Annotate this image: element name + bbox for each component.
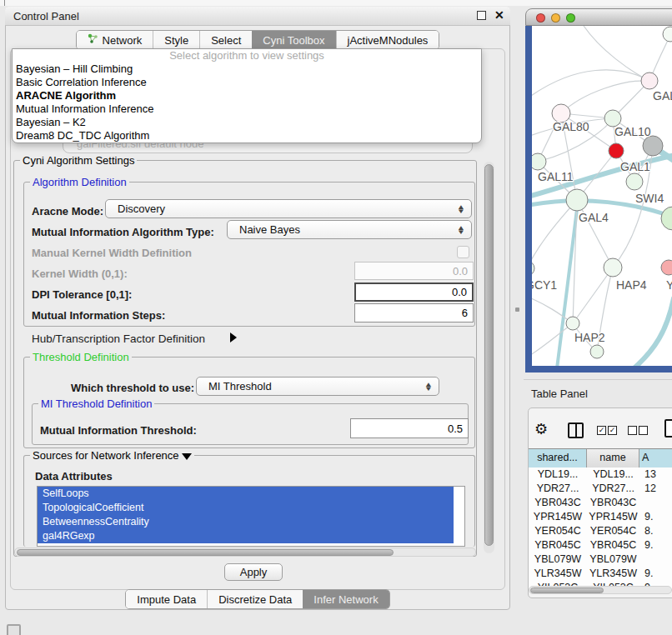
manual-kernel-label: Manual Kernel Width Definition: [32, 247, 192, 259]
data-attributes-list[interactable]: SelfLoopsTopologicalCoefficientBetweenne…: [37, 486, 465, 547]
table-hscrollbar[interactable]: [529, 586, 672, 594]
mi-threshold-field[interactable]: 0.5: [350, 418, 469, 438]
table-cell: YDR27...: [587, 482, 639, 496]
table-row[interactable]: YBR043CYBR043C: [529, 496, 672, 510]
node-gal4[interactable]: [566, 189, 588, 211]
node-label-y: Y: [666, 278, 672, 292]
control-panel-title: Control Panel: [13, 10, 79, 22]
dropdown-item-bayesian-hill-climbing[interactable]: Bayesian – Hill Climbing: [13, 62, 481, 76]
checked-checkbox-icon[interactable]: ✓: [597, 426, 606, 435]
mi-type-label: Mutual Information Algorithm Type:: [32, 226, 214, 238]
attribute-item-topologicalcoefficient[interactable]: TopologicalCoefficient: [38, 501, 454, 515]
table-header-row[interactable]: shared...nameA: [529, 448, 672, 468]
node-gal-clipped[interactable]: [641, 72, 658, 89]
checked-checkbox-icon[interactable]: ✓: [608, 426, 617, 435]
table-panel-title: Table Panel: [531, 388, 588, 400]
attribute-item-betweennesscentrality[interactable]: BetweennessCentrality: [38, 515, 454, 529]
table-cell: YER054C: [587, 524, 639, 538]
tab-label: Cyni Toolbox: [263, 34, 324, 47]
tab-container: NetworkStyleSelectCyni ToolboxjActiveMNo…: [76, 30, 440, 50]
expand-arrow-icon[interactable]: [230, 332, 237, 342]
unchecked-checkbox-icon[interactable]: [628, 426, 637, 435]
tab-discretize-data[interactable]: Discretize Data: [207, 590, 303, 608]
pane-resize-handle[interactable]: [515, 308, 519, 312]
dropdown-item-dream8-dc-tdc-algorithm[interactable]: Dream8 DC_TDC Algorithm: [13, 129, 481, 142]
close-traffic-light[interactable]: [536, 13, 545, 22]
attribute-item-gal4rgexp[interactable]: gal4RGexp: [38, 529, 454, 543]
tab-select[interactable]: Select: [199, 31, 252, 49]
network-canvas[interactable]: GALGAL80GAL10GAL1GAL11SWI4GAL4GCY1HAP4YH…: [532, 26, 672, 366]
table-cell: 12: [639, 482, 672, 496]
attribute-item-selfloops[interactable]: SelfLoops: [38, 487, 454, 501]
table-row[interactable]: YPR145WYPR145W9.: [529, 510, 672, 524]
float-panel-icon[interactable]: [477, 11, 486, 20]
table-row[interactable]: YDL19...YDL19...13: [529, 468, 672, 482]
node-gcy1[interactable]: [532, 261, 534, 276]
dropdown-item-bayesian-k2[interactable]: Bayesian – K2: [13, 116, 481, 129]
minimize-traffic-light[interactable]: [551, 13, 560, 22]
settings-scrollbar[interactable]: [484, 162, 494, 553]
algorithm-definition-title: Algorithm Definition: [30, 176, 129, 188]
tab-label: Style: [164, 34, 188, 47]
settings-scrollbar-thumb[interactable]: [484, 164, 494, 546]
network-edge: [532, 70, 649, 100]
tab-style[interactable]: Style: [153, 31, 199, 49]
sources-group-title[interactable]: Sources for Network Inference: [30, 449, 194, 462]
table-cell: YBR045C: [587, 538, 639, 552]
dpi-tolerance-field[interactable]: 0.0: [354, 282, 474, 302]
table-cell: YPR145W: [529, 510, 587, 524]
mi-type-combo[interactable]: Naive Bayes ▲▼: [227, 220, 472, 239]
apply-button[interactable]: Apply: [224, 563, 283, 581]
cyni-algorithm-settings-title: Cyni Algorithm Settings: [20, 154, 137, 167]
tab-network[interactable]: Network: [77, 31, 153, 49]
minimized-panel-icon[interactable]: [7, 624, 21, 635]
column-header-name[interactable]: name: [587, 449, 639, 468]
column-header-shared-[interactable]: shared...: [529, 449, 587, 468]
tab-jactivemnodules[interactable]: jActiveMNodules: [336, 31, 439, 49]
table-row[interactable]: YDR27...YDR27...12: [529, 482, 672, 496]
mi-steps-field[interactable]: 6: [354, 303, 474, 322]
node-hap2[interactable]: [566, 317, 579, 330]
node-salmon[interactable]: [661, 260, 672, 275]
collapse-arrow-icon[interactable]: [182, 453, 192, 460]
kernel-width-field[interactable]: 0.0: [354, 262, 474, 280]
settings-hscrollbar[interactable]: [14, 548, 476, 557]
node-top-right[interactable]: [663, 27, 672, 42]
node-gal11[interactable]: [532, 153, 546, 170]
table-row[interactable]: YER054CYER054C8.: [529, 524, 672, 538]
node-gray[interactable]: [643, 136, 663, 156]
unchecked-checkbox-icon[interactable]: [639, 426, 648, 435]
column-header-a[interactable]: A: [639, 449, 672, 468]
dropdown-item-aracne-algorithm[interactable]: ARACNE Algorithm: [13, 89, 481, 102]
table-cell: YBL079W: [587, 552, 639, 567]
which-threshold-combo[interactable]: MI Threshold ▲▼: [196, 377, 439, 396]
table-hscrollbar-thumb[interactable]: [530, 588, 604, 593]
table-row[interactable]: YLR345WYLR345W9.: [529, 567, 672, 581]
split-columns-icon[interactable]: [568, 422, 584, 438]
close-panel-icon[interactable]: ✕: [494, 8, 504, 22]
table-row[interactable]: YBR045CYBR045C9.: [529, 538, 672, 552]
document-icon[interactable]: [664, 419, 672, 438]
hub-section-label[interactable]: Hub/Transcription Factor Definition: [32, 332, 205, 345]
tab-infer-network[interactable]: Infer Network: [303, 590, 389, 608]
dropdown-item-mutual-information-inference[interactable]: Mutual Information Inference: [13, 102, 481, 116]
tab-cyni-toolbox[interactable]: Cyni Toolbox: [252, 31, 335, 49]
node-bottom[interactable]: [590, 345, 604, 358]
network-window-titlebar: [525, 8, 672, 26]
node-swi4[interactable]: [661, 207, 672, 230]
dropdown-item-basic-correlation-inference[interactable]: Basic Correlation Inference: [13, 76, 481, 89]
algorithm-dropdown-list[interactable]: Select algorithm to view settings Bayesi…: [12, 48, 482, 143]
table-row[interactable]: YBL079WYBL079W: [529, 552, 672, 567]
node-red-selected[interactable]: [609, 143, 624, 158]
node-gal1[interactable]: [626, 173, 643, 190]
manual-kernel-checkbox[interactable]: [457, 246, 469, 258]
node-label-hap2: HAP2: [574, 331, 605, 344]
node-gal10[interactable]: [604, 110, 621, 127]
node-hap4[interactable]: [604, 258, 622, 277]
aracne-mode-combo[interactable]: Discovery ▲▼: [105, 199, 472, 218]
tab-impute-data[interactable]: Impute Data: [126, 590, 207, 608]
gear-icon[interactable]: ⚙: [534, 420, 548, 438]
table-cell: 9.: [639, 538, 672, 552]
zoom-traffic-light[interactable]: [566, 13, 575, 22]
settings-hscrollbar-thumb[interactable]: [17, 549, 394, 556]
